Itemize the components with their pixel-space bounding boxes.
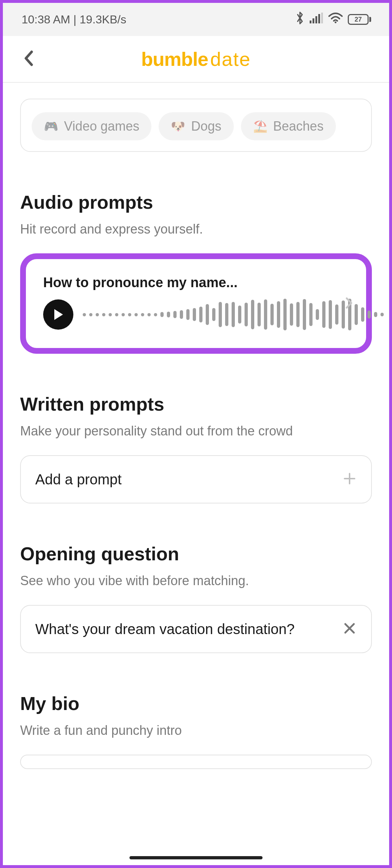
audio-waveform [83,298,384,331]
gamepad-icon: 🎮 [44,119,58,133]
audio-prompt-highlight: How to pronounce my name... [20,253,372,354]
chevron-right-icon [345,297,353,311]
interests-card[interactable]: 🎮 Video games 🐶 Dogs ⛱️ Beaches [20,99,372,152]
beach-icon: ⛱️ [253,119,268,133]
chip-label: Beaches [273,119,324,134]
my-bio-section: My bio Write a fun and punchy intro [20,693,372,769]
audio-prompts-sub: Hit record and express yourself. [20,222,372,237]
dog-icon: 🐶 [171,119,185,133]
home-indicator[interactable] [129,856,263,859]
opening-question-text: What's your dream vacation destination? [35,619,295,639]
battery-icon: 27 [348,14,371,25]
statusbar: 10:38 AM | 19.3KB/s 27 [3,3,389,36]
svg-rect-2 [315,16,317,23]
back-button[interactable] [24,50,35,68]
status-net-speed: 19.3KB/s [79,13,126,26]
my-bio-heading: My bio [20,693,372,714]
titlebar: bumble date [3,36,389,83]
status-left: 10:38 AM | 19.3KB/s [22,13,126,26]
written-prompts-sub: Make your personality stand out from the… [20,424,372,439]
chip-label: Dogs [191,119,221,134]
svg-rect-3 [318,14,320,23]
wifi-icon [328,13,343,26]
plus-icon [342,471,357,487]
opening-question-sub: See who you vibe with before matching. [20,573,372,588]
opening-question-section: Opening question See who you vibe with b… [20,543,372,653]
add-prompt-label: Add a prompt [35,470,122,489]
audio-prompts-section: Audio prompts Hit record and express you… [20,191,372,354]
written-prompts-section: Written prompts Make your personality st… [20,393,372,503]
audio-prompt-title: How to pronounce my name... [43,275,349,290]
interest-chip-dogs[interactable]: 🐶 Dogs [159,112,233,140]
svg-rect-1 [313,18,314,23]
play-button[interactable] [43,299,73,330]
svg-rect-0 [310,21,311,23]
svg-rect-4 [321,13,323,23]
svg-point-5 [335,22,337,23]
interest-chip-video-games[interactable]: 🎮 Video games [32,112,151,140]
audio-prompts-heading: Audio prompts [20,191,372,213]
opening-question-card[interactable]: What's your dream vacation destination? [20,605,372,653]
close-icon[interactable] [342,621,357,637]
app-logo: bumble date [141,48,251,70]
status-time: 10:38 AM [22,13,70,26]
add-prompt-button[interactable]: Add a prompt [20,455,372,503]
written-prompts-heading: Written prompts [20,393,372,415]
bluetooth-icon [295,11,305,28]
status-right: 27 [295,11,371,28]
chip-label: Video games [64,119,139,134]
audio-prompt-card[interactable]: How to pronounce my name... [32,266,360,342]
opening-question-heading: Opening question [20,543,372,565]
my-bio-sub: Write a fun and punchy intro [20,723,372,738]
signal-icon [310,13,323,26]
bio-card[interactable] [20,755,372,769]
interest-chip-beaches[interactable]: ⛱️ Beaches [241,112,336,140]
